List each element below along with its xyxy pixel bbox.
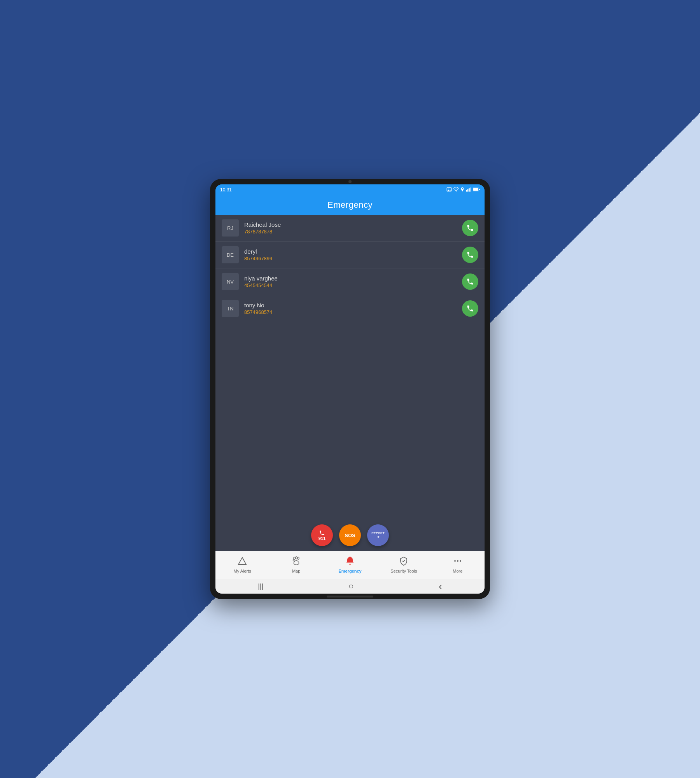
status-time: 10:31 <box>220 187 232 193</box>
nav-map-label: Map <box>292 569 300 573</box>
contact-list: RJ Raicheal Jose 7878787878 DE <box>215 215 485 322</box>
nav-my-alerts[interactable]: My Alerts <box>215 551 269 579</box>
wifi-status-icon <box>453 187 459 193</box>
contact-initials: NV <box>227 279 234 285</box>
contact-info: niya varghee 4545454544 <box>244 275 462 288</box>
status-bar: 10:31 <box>215 184 485 195</box>
contact-initials: TN <box>227 306 233 312</box>
svg-point-3 <box>462 188 463 189</box>
svg-point-15 <box>293 559 294 561</box>
svg-rect-4 <box>466 190 467 191</box>
svg-point-1 <box>448 189 449 189</box>
shield-icon <box>399 556 408 567</box>
nav-emergency-label: Emergency <box>338 569 361 573</box>
contact-phone: 8574967899 <box>244 256 462 261</box>
system-nav-menu[interactable]: ||| <box>258 582 263 591</box>
camera-dot <box>348 180 352 183</box>
contact-phone: 8574968574 <box>244 309 462 315</box>
contact-item: DE deryl 8574967899 <box>215 242 485 268</box>
call-button[interactable] <box>462 220 478 236</box>
call-button[interactable] <box>462 247 478 263</box>
contact-name: tony No <box>244 302 462 308</box>
tablet-screen: 10:31 <box>215 184 485 594</box>
fab-report-label: REPORTIT <box>371 531 384 539</box>
app-title: Emergency <box>327 200 373 210</box>
svg-rect-6 <box>469 188 470 191</box>
nav-more-label: More <box>453 569 462 573</box>
contact-avatar: NV <box>222 273 239 290</box>
contact-name: deryl <box>244 248 462 255</box>
location-status-icon <box>460 187 464 193</box>
contact-phone: 7878787878 <box>244 229 462 235</box>
contact-item: NV niya varghee 4545454544 <box>215 268 485 295</box>
bell-icon <box>345 556 355 567</box>
system-nav-back[interactable]: ‹ <box>439 580 442 592</box>
svg-rect-16 <box>350 557 351 557</box>
fab-area: 911 SOS REPORTIT <box>311 524 389 546</box>
call-button[interactable] <box>462 273 478 290</box>
signal-status-icon <box>466 187 471 193</box>
contact-initials: DE <box>227 252 234 258</box>
svg-point-14 <box>298 557 299 559</box>
contact-item: TN tony No 8574968574 <box>215 295 485 322</box>
contact-info: tony No 8574968574 <box>244 302 462 315</box>
triangle-icon <box>238 556 247 567</box>
call-button[interactable] <box>462 300 478 317</box>
contact-avatar: RJ <box>222 219 239 237</box>
contact-info: deryl 8574967899 <box>244 248 462 261</box>
svg-point-2 <box>456 191 457 192</box>
contact-item: RJ Raicheal Jose 7878787878 <box>215 215 485 242</box>
contact-avatar: TN <box>222 300 239 317</box>
system-nav: ||| ○ ‹ <box>215 579 485 594</box>
nav-security-tools[interactable]: Security Tools <box>377 551 430 579</box>
nav-security-tools-label: Security Tools <box>390 569 417 573</box>
svg-rect-7 <box>470 187 471 192</box>
svg-marker-11 <box>238 557 246 564</box>
tablet-bottom-bar <box>327 596 373 598</box>
contact-initials: RJ <box>227 225 233 231</box>
paw-icon <box>292 556 301 567</box>
nav-map[interactable]: Map <box>269 551 323 579</box>
contact-name: niya varghee <box>244 275 462 282</box>
tablet-top-bar <box>315 179 385 184</box>
status-icons <box>446 187 480 193</box>
gallery-status-icon <box>446 187 452 193</box>
nav-emergency[interactable]: Emergency <box>323 551 377 579</box>
content-area: RJ Raicheal Jose 7878787878 DE <box>215 215 485 551</box>
contact-name: Raicheal Jose <box>244 221 462 228</box>
svg-point-19 <box>460 560 461 562</box>
contact-phone: 4545454544 <box>244 282 462 288</box>
svg-point-13 <box>296 557 297 559</box>
contact-info: Raicheal Jose 7878787878 <box>244 221 462 235</box>
svg-point-18 <box>457 560 458 562</box>
app-bar: Emergency <box>215 195 485 215</box>
contact-avatar: DE <box>222 246 239 263</box>
tablet-device: 10:31 <box>210 179 490 599</box>
fab-sos-label: SOS <box>345 533 355 538</box>
dots-icon <box>453 556 462 567</box>
battery-status-icon <box>473 187 480 192</box>
bottom-nav: My Alerts Map <box>215 551 485 579</box>
call-911-fab[interactable]: 911 <box>311 524 333 546</box>
svg-rect-5 <box>467 189 469 191</box>
svg-rect-10 <box>473 188 478 191</box>
system-nav-home[interactable]: ○ <box>348 581 354 591</box>
fab-911-label: 911 <box>318 536 326 541</box>
nav-my-alerts-label: My Alerts <box>234 569 251 573</box>
svg-rect-9 <box>479 189 480 190</box>
report-fab[interactable]: REPORTIT <box>367 524 389 546</box>
sos-fab[interactable]: SOS <box>339 524 361 546</box>
nav-more[interactable]: More <box>431 551 485 579</box>
svg-point-17 <box>454 560 456 562</box>
